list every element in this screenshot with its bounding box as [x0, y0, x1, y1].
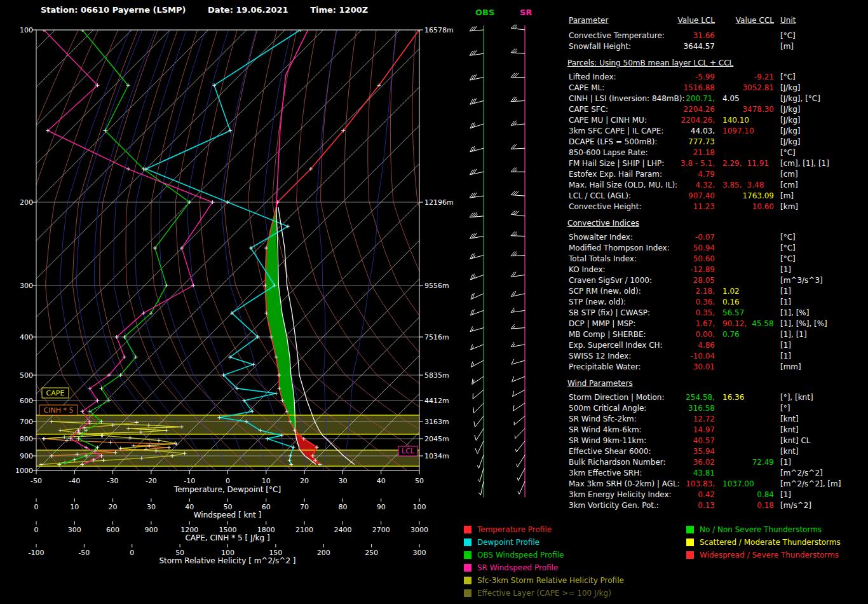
value-segment: 4.32,: [695, 181, 715, 189]
svg-text:16578m: 16578m: [424, 26, 454, 34]
legend-swatch: [464, 526, 471, 533]
value-segment: 1097.10: [722, 127, 754, 135]
value-segment: 56.57: [722, 308, 744, 317]
col-unit: Unit: [780, 15, 796, 26]
value-segment: 11.23: [693, 202, 715, 211]
param-value-extra: 0.16: [722, 297, 740, 308]
legend-item: Sfc-3km Storm Relative Helicity Profile: [464, 574, 624, 587]
value-segment: 200.71,: [686, 94, 715, 103]
svg-text:50: 50: [415, 477, 424, 485]
parameter-table: ParameterValue LCLValue CCLUnitConvectiv…: [567, 15, 867, 511]
value-segment: 1037.00: [722, 479, 754, 488]
param-unit: [knt] CL: [780, 436, 811, 446]
value-segment: -5.99: [695, 72, 715, 81]
table-row: DCAPE (LFS = 500mB):777.73[J/kg]: [567, 137, 867, 148]
param-value-extra: 3.85,3.48: [722, 180, 764, 191]
param-value-lcl: 14.97: [693, 425, 715, 436]
svg-text:Temperature, Dewpoint [°C]: Temperature, Dewpoint [°C]: [173, 485, 281, 494]
svg-text:300: 300: [413, 549, 426, 557]
param-label: Storm Direction | Motion:: [569, 392, 665, 403]
param-value-lcl: 31.66: [693, 31, 715, 41]
svg-text:1000: 1000: [15, 467, 33, 475]
value-segment: 36.02: [693, 458, 715, 467]
param-label: Lifted Index:: [569, 72, 616, 83]
table-row: SWISS 12 Index:-10.04[1]: [567, 351, 867, 362]
param-unit: [J/kg], [°C]: [780, 93, 820, 104]
svg-text:-20: -20: [146, 477, 157, 485]
svg-text:-50: -50: [31, 477, 42, 485]
value-segment: 2204.26: [683, 105, 715, 114]
param-unit: [m^3/s^3]: [780, 275, 823, 286]
param-unit: [m/s^2]: [780, 500, 811, 511]
value-segment: 1763.09: [742, 191, 774, 200]
table-row: Effective Shear 6000:35.94[knt]: [567, 446, 867, 457]
svg-text:2400: 2400: [334, 526, 351, 534]
svg-text:-30: -30: [107, 477, 119, 485]
svg-text:900: 900: [144, 526, 158, 534]
param-value-lcl: 1516.88: [683, 83, 715, 93]
table-row: CAPE MU | CINH MU:2204.26,140.10[J/kg]: [567, 115, 867, 126]
param-unit: [knt]: [780, 425, 799, 436]
table-row: LCL / CCL (AGL):907.401763.09[m]: [567, 191, 867, 202]
param-value-ccl: 72.49: [752, 457, 774, 468]
value-segment: 11.91: [747, 159, 769, 168]
table-row: Storm Direction | Motion:254.58,16.36[°]…: [567, 392, 867, 403]
legend-label: Effective Layer (CAPE >= 100 J/kg): [477, 589, 611, 598]
table-row: 3km Effective SRH:43.81[m^2/s^2]: [567, 468, 867, 479]
param-unit: [1]: [780, 264, 791, 275]
param-unit: [°C]: [780, 31, 796, 41]
svg-text:CINH * 5: CINH * 5: [44, 406, 74, 415]
param-label: Convective Height:: [569, 202, 641, 212]
param-label: Convective Temperature:: [569, 31, 665, 41]
table-row: 3km SFC CAPE | IL CAPE:44.03,1097.10[J/k…: [567, 126, 867, 137]
param-unit: [°]: [780, 403, 790, 414]
legend-label: Sfc-3km Storm Relative Helicity Profile: [477, 576, 624, 585]
section-title-text: Parcels: Using 50mB mean layer LCL + CCL: [567, 58, 733, 67]
value-segment: 1.67,: [695, 319, 715, 328]
svg-text:20: 20: [109, 503, 118, 511]
table-row: Convective Height:11.2310.60[km]: [567, 202, 867, 212]
param-label: KO Index:: [569, 264, 606, 275]
value-segment: 0.36,: [695, 298, 715, 306]
param-unit: [1], [%]: [780, 308, 809, 319]
param-value-lcl: -5.99: [695, 72, 715, 83]
legend-item: Dewpoint Profile: [464, 536, 624, 549]
svg-text:80: 80: [338, 503, 347, 511]
param-unit: [1], [1]: [780, 329, 807, 340]
table-row: DCP | MMP | MSP:1.67,90.12,45.58[1], [%]…: [567, 319, 867, 329]
param-value-lcl: 4.79: [698, 169, 715, 180]
param-unit: [knt]: [780, 446, 799, 457]
svg-text:0: 0: [34, 503, 39, 511]
param-value-lcl: 0.35,: [695, 308, 715, 319]
param-unit: [1]: [780, 351, 791, 362]
svg-text:250: 250: [365, 549, 378, 557]
param-label: SR Wind 4km-6km:: [569, 425, 642, 436]
skewt-diagram: CAPECINH * 5LCL1002003004005006007008009…: [0, 0, 566, 604]
param-value-ccl: -9.21: [754, 72, 774, 83]
param-value-lcl: 103.83,: [686, 479, 715, 490]
param-value-lcl: 28.05: [693, 275, 715, 286]
section-title: Parcels: Using 50mB mean layer LCL + CCL: [567, 58, 867, 72]
legend-swatch: [464, 589, 471, 597]
param-unit: [J/kg]: [780, 115, 801, 126]
svg-text:400: 400: [20, 333, 33, 341]
param-label: LCL / CCL (AGL):: [569, 191, 631, 202]
value-segment: 0.00,: [695, 330, 715, 339]
svg-text:9556m: 9556m: [424, 282, 449, 290]
svg-text:600: 600: [20, 397, 33, 405]
legend-item: Scattered / Moderate Thunderstorms: [686, 536, 841, 549]
param-value-lcl: 44.03,: [691, 126, 715, 137]
param-value-lcl: 4.86: [698, 340, 715, 351]
svg-text:900: 900: [20, 452, 33, 460]
param-label: FM Hail Size | SHIP | LHP:: [569, 158, 664, 169]
param-unit: [J/kg]: [780, 83, 801, 93]
legend-swatch: [464, 577, 471, 584]
value-segment: 0.35,: [695, 308, 715, 317]
legend-label: Dewpoint Profile: [477, 538, 539, 547]
param-value-lcl: 2204.26: [683, 104, 715, 115]
value-segment: 3.85,: [722, 181, 742, 189]
table-header: ParameterValue LCLValue CCLUnit: [567, 15, 867, 31]
svg-text:-10: -10: [184, 477, 195, 485]
value-segment: 90.12,: [722, 319, 747, 328]
table-row: Precipitable Water:30.01[mm]: [567, 362, 867, 373]
